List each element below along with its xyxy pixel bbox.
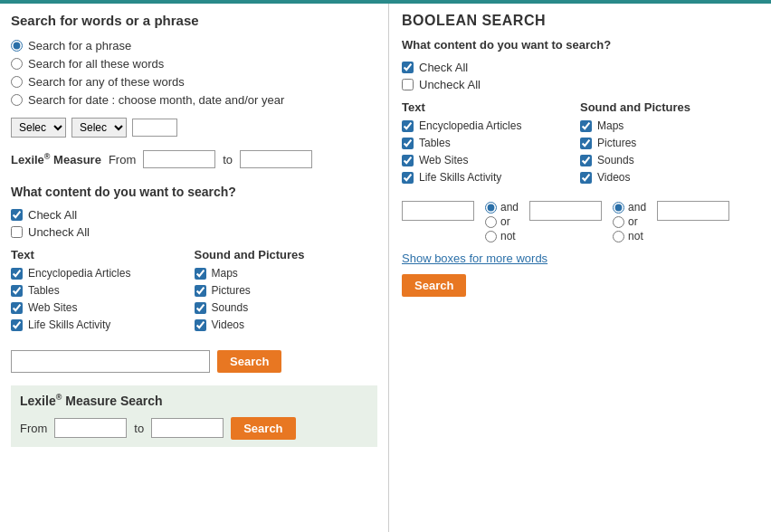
lexile-from-input[interactable] xyxy=(143,150,215,168)
radio-phrase-label: Search for a phrase xyxy=(28,39,131,52)
right-cb-sounds[interactable] xyxy=(580,155,592,166)
left-text-col: Text Encyclopedia Articles Tables Web Si… xyxy=(11,248,195,336)
lexile-label: Lexile® Measure xyxy=(11,152,101,166)
left-check-encyclopedia: Encyclopedia Articles xyxy=(11,267,195,280)
radio-any-words[interactable] xyxy=(11,76,23,88)
right-check-all-row: Check All xyxy=(402,61,758,74)
left-cb-videos[interactable] xyxy=(195,319,206,331)
left-text-col-header: Text xyxy=(11,248,195,261)
radio-all-words-label: Search for all these words xyxy=(28,57,164,71)
left-cb-lifeskills[interactable] xyxy=(11,319,23,331)
left-check-lifeskills: Life Skills Activity xyxy=(11,318,195,331)
left-content-columns: Text Encyclopedia Articles Tables Web Si… xyxy=(11,248,377,336)
lexile-measure-to-input[interactable] xyxy=(151,418,224,438)
right-search-button[interactable]: Search xyxy=(402,274,466,297)
bool-radio-and-2[interactable] xyxy=(613,202,624,214)
bool-radio-or-1[interactable] xyxy=(485,216,497,228)
bool-radio-and-1[interactable] xyxy=(485,202,497,214)
left-cb-tables[interactable] xyxy=(11,285,23,297)
left-sound-col-header: Sound and Pictures xyxy=(195,248,378,261)
bool-input-2[interactable] xyxy=(529,201,602,221)
radio-item-date[interactable]: Search for date : choose month, date and… xyxy=(11,93,377,107)
right-cb-lifeskills-label: Life Skills Activity xyxy=(419,171,501,184)
lexile-measure-from-input[interactable] xyxy=(54,418,127,438)
left-cb-lifeskills-label: Life Skills Activity xyxy=(28,318,110,331)
bool-not-label-1: not xyxy=(500,230,516,242)
bool-and-2[interactable]: and xyxy=(613,201,646,214)
right-cb-pictures[interactable] xyxy=(580,138,592,149)
left-check-maps: Maps xyxy=(195,267,378,280)
radio-date[interactable] xyxy=(11,94,23,106)
bool-input-box-1 xyxy=(402,201,474,221)
left-search-button[interactable]: Search xyxy=(217,350,281,373)
left-cb-encyclopedia[interactable] xyxy=(11,268,23,280)
radio-any-words-label: Search for any of these words xyxy=(28,75,185,89)
left-search-bar: Search xyxy=(11,350,377,373)
bool-input-3[interactable] xyxy=(657,201,729,221)
bool-input-box-3 xyxy=(657,201,729,221)
left-search-input[interactable] xyxy=(11,350,210,373)
right-cb-lifeskills[interactable] xyxy=(402,172,414,184)
right-sound-col: Sound and Pictures Maps Pictures Sounds … xyxy=(580,100,758,188)
right-content-title: What content do you want to search? xyxy=(402,38,758,52)
date-select-1[interactable]: Selec xyxy=(11,118,66,138)
left-title: Search for words or a phrase xyxy=(11,13,377,28)
right-check-all-checkbox[interactable] xyxy=(402,62,414,73)
left-content-title: What content do you want to search? xyxy=(11,185,377,199)
show-more-link[interactable]: Show boxes for more words xyxy=(402,252,758,265)
left-check-all-checkbox[interactable] xyxy=(11,209,23,221)
right-content-columns: Text Encyclopedia Articles Tables Web Si… xyxy=(402,100,758,188)
bool-not-2[interactable]: not xyxy=(613,230,646,242)
bool-radio-not-2[interactable] xyxy=(613,231,624,242)
bool-not-1[interactable]: not xyxy=(485,230,519,242)
left-cb-maps[interactable] xyxy=(195,268,206,280)
left-sound-col: Sound and Pictures Maps Pictures Sounds … xyxy=(195,248,378,336)
right-cb-maps[interactable] xyxy=(580,120,592,132)
bool-and-1[interactable]: and xyxy=(485,201,519,214)
radio-phrase[interactable] xyxy=(11,40,23,52)
radio-all-words[interactable] xyxy=(11,58,23,70)
left-cb-websites[interactable] xyxy=(11,302,23,314)
lexile-to-input[interactable] xyxy=(240,150,312,168)
right-cb-pictures-label: Pictures xyxy=(597,137,636,149)
left-check-tables: Tables xyxy=(11,284,195,297)
bool-or-label-2: or xyxy=(628,215,638,228)
radio-item-phrase[interactable]: Search for a phrase xyxy=(11,39,377,52)
date-select-2[interactable]: Selec xyxy=(71,118,127,138)
lexile-measure-search-button[interactable]: Search xyxy=(231,417,295,440)
radio-date-label: Search for date : choose month, date and… xyxy=(28,93,284,107)
right-text-col-header: Text xyxy=(402,100,580,114)
radio-item-all-words[interactable]: Search for all these words xyxy=(11,57,377,71)
date-text-input[interactable] xyxy=(132,119,177,137)
left-cb-pictures[interactable] xyxy=(195,285,206,297)
bool-input-1[interactable] xyxy=(402,201,474,221)
radio-item-any-words[interactable]: Search for any of these words xyxy=(11,75,377,89)
right-cb-maps-label: Maps xyxy=(597,119,623,132)
right-cb-encyclopedia[interactable] xyxy=(402,120,414,132)
lexile-measure-title: Lexile® Measure Search xyxy=(20,393,368,408)
right-check-lifeskills: Life Skills Activity xyxy=(402,171,580,184)
right-text-col: Text Encyclopedia Articles Tables Web Si… xyxy=(402,100,580,188)
right-uncheck-all-checkbox[interactable] xyxy=(402,79,414,90)
left-uncheck-all-checkbox[interactable] xyxy=(11,226,23,238)
bool-radio-not-1[interactable] xyxy=(485,231,497,242)
bool-radio-or-2[interactable] xyxy=(613,216,624,228)
right-cb-videos[interactable] xyxy=(580,172,592,184)
right-check-maps: Maps xyxy=(580,119,758,132)
right-check-tables: Tables xyxy=(402,137,580,149)
right-check-encyclopedia: Encyclopedia Articles xyxy=(402,119,580,132)
right-cb-websites[interactable] xyxy=(402,155,414,166)
bool-or-2[interactable]: or xyxy=(613,215,646,228)
search-type-radio-group: Search for a phrase Search for all these… xyxy=(11,39,377,107)
right-check-pictures: Pictures xyxy=(580,137,758,149)
left-check-sounds: Sounds xyxy=(195,301,378,314)
left-cb-sounds[interactable] xyxy=(195,302,206,314)
left-check-videos: Videos xyxy=(195,318,378,331)
left-uncheck-all-label: Uncheck All xyxy=(28,225,90,239)
bool-or-1[interactable]: or xyxy=(485,215,519,228)
right-cb-tables[interactable] xyxy=(402,138,414,149)
right-cb-encyclopedia-label: Encyclopedia Articles xyxy=(419,119,521,132)
bool-row-1: and or not a xyxy=(402,201,758,242)
right-check-videos: Videos xyxy=(580,171,758,184)
bool-options-2: and or not xyxy=(613,201,646,242)
